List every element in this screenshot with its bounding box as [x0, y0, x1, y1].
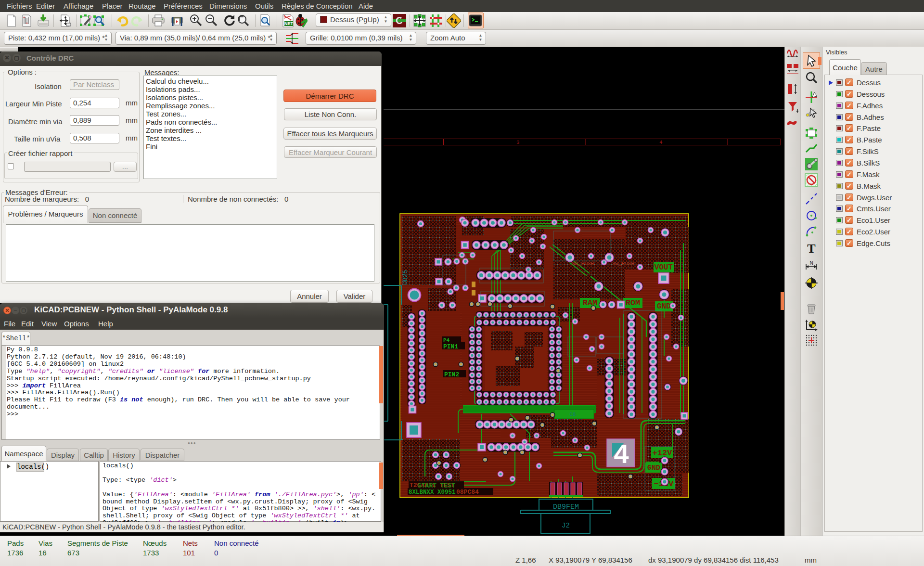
- svg-text:4: 4: [614, 438, 629, 469]
- svg-text:ROM: ROM: [626, 298, 641, 308]
- svg-text:GND: GND: [657, 302, 671, 311]
- svg-text:T: T: [807, 242, 815, 255]
- svg-text:DB9FEM: DB9FEM: [553, 503, 579, 511]
- svg-text:N: N: [809, 260, 813, 266]
- svg-text:VOUT: VOUT: [654, 263, 673, 272]
- svg-text:+12V: +12V: [653, 449, 673, 458]
- svg-text:SW_PUSH: SW_PUSH: [612, 261, 634, 267]
- svg-text:8XLBNXX X0951: 8XLBNXX X0951: [409, 489, 456, 496]
- svg-text:GND: GND: [647, 464, 660, 472]
- svg-text:4: 4: [659, 140, 663, 145]
- svg-text:08PC84: 08PC84: [456, 489, 479, 496]
- svg-text:SW_PUSH: SW_PUSH: [572, 261, 594, 267]
- svg-text:3: 3: [516, 140, 520, 145]
- svg-text:PIN2: PIN2: [444, 371, 459, 378]
- svg-text:C6: C6: [569, 412, 576, 417]
- svg-text:PIN1: PIN1: [443, 343, 458, 350]
- svg-text:DB25: DB25: [402, 270, 409, 285]
- svg-text:J2: J2: [562, 522, 570, 529]
- svg-text:NET: NET: [284, 21, 294, 26]
